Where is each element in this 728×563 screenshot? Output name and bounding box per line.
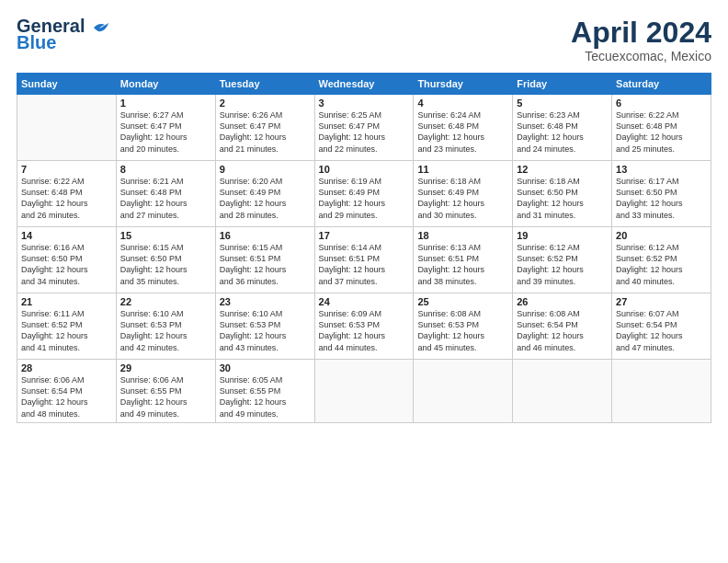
calendar-week-0: 1Sunrise: 6:27 AM Sunset: 6:47 PM Daylig… [17,95,711,161]
th-monday: Monday [116,74,215,95]
day-number: 30 [220,362,311,373]
page: General Blue April 2024 Tecuexcomac, Mex… [0,0,728,563]
calendar-cell: 7Sunrise: 6:22 AM Sunset: 6:48 PM Daylig… [17,161,117,227]
calendar-cell: 6Sunrise: 6:22 AM Sunset: 6:48 PM Daylig… [612,95,711,161]
day-number: 27 [616,296,707,307]
calendar-cell: 10Sunrise: 6:19 AM Sunset: 6:49 PM Dayli… [314,161,414,227]
day-number: 13 [616,164,707,175]
day-number: 20 [616,230,707,241]
calendar-cell: 17Sunrise: 6:14 AM Sunset: 6:51 PM Dayli… [314,227,414,293]
calendar-cell: 26Sunrise: 6:08 AM Sunset: 6:54 PM Dayli… [513,293,612,360]
day-number: 17 [319,230,410,241]
calendar-cell: 9Sunrise: 6:20 AM Sunset: 6:49 PM Daylig… [215,161,314,227]
logo: General Blue [17,17,110,52]
calendar-cell: 4Sunrise: 6:24 AM Sunset: 6:48 PM Daylig… [414,95,513,161]
calendar-cell: 23Sunrise: 6:10 AM Sunset: 6:53 PM Dayli… [215,293,314,360]
day-info: Sunrise: 6:12 AM Sunset: 6:52 PM Dayligh… [616,242,707,287]
day-info: Sunrise: 6:21 AM Sunset: 6:48 PM Dayligh… [120,176,211,221]
calendar-cell: 20Sunrise: 6:12 AM Sunset: 6:52 PM Dayli… [612,227,711,293]
calendar-cell: 30Sunrise: 6:05 AM Sunset: 6:55 PM Dayli… [215,360,314,423]
calendar-cell [513,360,612,423]
calendar-cell: 1Sunrise: 6:27 AM Sunset: 6:47 PM Daylig… [116,95,215,161]
day-info: Sunrise: 6:26 AM Sunset: 6:47 PM Dayligh… [220,109,311,155]
day-number: 5 [517,98,608,109]
calendar-cell [17,95,117,161]
day-number: 24 [319,296,410,307]
calendar-title: April 2024 [571,17,711,49]
calendar-cell: 27Sunrise: 6:07 AM Sunset: 6:54 PM Dayli… [612,293,711,360]
day-info: Sunrise: 6:14 AM Sunset: 6:51 PM Dayligh… [319,242,410,287]
title-block: April 2024 Tecuexcomac, Mexico [571,17,711,63]
day-info: Sunrise: 6:18 AM Sunset: 6:49 PM Dayligh… [417,176,508,221]
day-number: 8 [120,164,211,175]
calendar-cell: 25Sunrise: 6:08 AM Sunset: 6:53 PM Dayli… [414,293,513,360]
day-number: 29 [120,362,211,373]
day-info: Sunrise: 6:13 AM Sunset: 6:51 PM Dayligh… [417,242,508,287]
calendar-cell: 18Sunrise: 6:13 AM Sunset: 6:51 PM Dayli… [414,227,513,293]
header: General Blue April 2024 Tecuexcomac, Mex… [17,17,711,63]
calendar-cell [612,360,711,423]
day-number: 10 [319,164,410,175]
day-number: 14 [21,230,112,241]
calendar-week-3: 21Sunrise: 6:11 AM Sunset: 6:52 PM Dayli… [17,293,711,360]
day-info: Sunrise: 6:22 AM Sunset: 6:48 PM Dayligh… [616,109,707,155]
day-number: 3 [319,98,410,109]
calendar-cell: 29Sunrise: 6:06 AM Sunset: 6:55 PM Dayli… [116,360,215,423]
day-number: 7 [21,164,112,175]
day-info: Sunrise: 6:07 AM Sunset: 6:54 PM Dayligh… [616,308,707,353]
calendar-week-4: 28Sunrise: 6:06 AM Sunset: 6:54 PM Dayli… [17,360,711,423]
day-number: 22 [120,296,211,307]
calendar-cell: 11Sunrise: 6:18 AM Sunset: 6:49 PM Dayli… [414,161,513,227]
day-info: Sunrise: 6:08 AM Sunset: 6:54 PM Dayligh… [517,308,608,353]
day-number: 26 [517,296,608,307]
day-number: 6 [616,98,707,109]
day-number: 23 [220,296,311,307]
th-sunday: Sunday [17,74,117,95]
calendar-cell: 24Sunrise: 6:09 AM Sunset: 6:53 PM Dayli… [314,293,414,360]
calendar-cell: 13Sunrise: 6:17 AM Sunset: 6:50 PM Dayli… [612,161,711,227]
calendar-cell: 21Sunrise: 6:11 AM Sunset: 6:52 PM Dayli… [17,293,117,360]
day-info: Sunrise: 6:06 AM Sunset: 6:55 PM Dayligh… [120,374,211,419]
day-info: Sunrise: 6:16 AM Sunset: 6:50 PM Dayligh… [21,242,112,287]
header-row: Sunday Monday Tuesday Wednesday Thursday… [17,74,711,95]
day-number: 4 [417,98,508,109]
day-info: Sunrise: 6:12 AM Sunset: 6:52 PM Dayligh… [517,242,608,287]
day-info: Sunrise: 6:25 AM Sunset: 6:47 PM Dayligh… [319,109,410,155]
calendar-cell: 12Sunrise: 6:18 AM Sunset: 6:50 PM Dayli… [513,161,612,227]
day-number: 12 [517,164,608,175]
day-number: 18 [417,230,508,241]
day-info: Sunrise: 6:27 AM Sunset: 6:47 PM Dayligh… [120,109,211,155]
calendar-week-2: 14Sunrise: 6:16 AM Sunset: 6:50 PM Dayli… [17,227,711,293]
day-info: Sunrise: 6:05 AM Sunset: 6:55 PM Dayligh… [220,374,311,419]
calendar-cell: 5Sunrise: 6:23 AM Sunset: 6:48 PM Daylig… [513,95,612,161]
day-number: 1 [120,98,211,109]
day-info: Sunrise: 6:15 AM Sunset: 6:50 PM Dayligh… [120,242,211,287]
calendar-cell: 19Sunrise: 6:12 AM Sunset: 6:52 PM Dayli… [513,227,612,293]
day-number: 28 [21,362,112,373]
day-info: Sunrise: 6:11 AM Sunset: 6:52 PM Dayligh… [21,308,112,353]
day-info: Sunrise: 6:09 AM Sunset: 6:53 PM Dayligh… [319,308,410,353]
day-info: Sunrise: 6:15 AM Sunset: 6:51 PM Dayligh… [220,242,311,287]
calendar-cell: 3Sunrise: 6:25 AM Sunset: 6:47 PM Daylig… [314,95,414,161]
day-info: Sunrise: 6:10 AM Sunset: 6:53 PM Dayligh… [220,308,311,353]
day-number: 11 [417,164,508,175]
th-tuesday: Tuesday [215,74,314,95]
day-number: 25 [417,296,508,307]
day-info: Sunrise: 6:24 AM Sunset: 6:48 PM Dayligh… [417,109,508,155]
logo-blue: Blue [17,33,56,52]
day-number: 19 [517,230,608,241]
day-info: Sunrise: 6:18 AM Sunset: 6:50 PM Dayligh… [517,176,608,221]
calendar-cell: 14Sunrise: 6:16 AM Sunset: 6:50 PM Dayli… [17,227,117,293]
calendar-cell: 22Sunrise: 6:10 AM Sunset: 6:53 PM Dayli… [116,293,215,360]
calendar-table: Sunday Monday Tuesday Wednesday Thursday… [17,73,711,423]
day-number: 21 [21,296,112,307]
day-number: 15 [120,230,211,241]
calendar-subtitle: Tecuexcomac, Mexico [571,49,711,63]
th-wednesday: Wednesday [314,74,414,95]
calendar-cell: 16Sunrise: 6:15 AM Sunset: 6:51 PM Dayli… [215,227,314,293]
logo-bird-icon [92,20,110,35]
th-friday: Friday [513,74,612,95]
day-number: 16 [220,230,311,241]
th-saturday: Saturday [612,74,711,95]
day-info: Sunrise: 6:19 AM Sunset: 6:49 PM Dayligh… [319,176,410,221]
